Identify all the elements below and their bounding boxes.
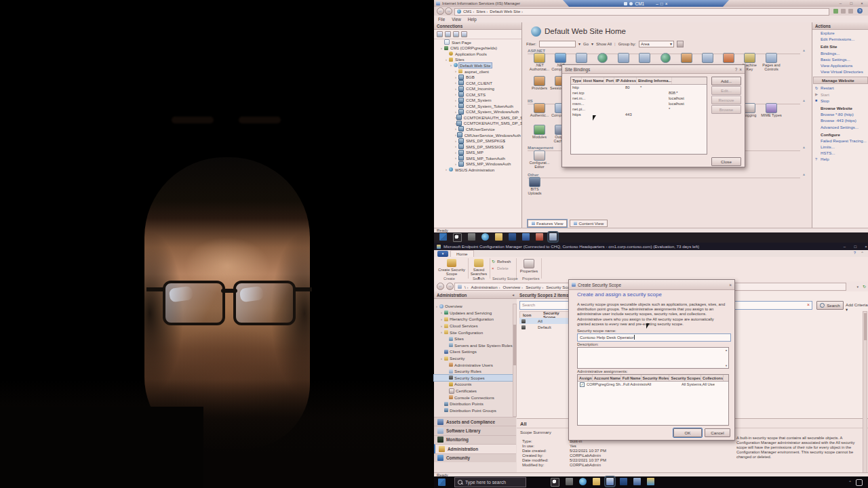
tray-chevron-icon[interactable]: ⌃	[848, 480, 852, 485]
bindings-row[interactable]: https 443	[571, 112, 707, 117]
add-binding-button[interactable]: Add...	[711, 77, 741, 85]
back-button[interactable]: ←	[437, 7, 444, 15]
cm-tree-item[interactable]: › Sites	[434, 336, 517, 342]
action-item[interactable]: Limits...	[812, 144, 868, 150]
edit-binding-button[interactable]: Edit...	[711, 86, 741, 95]
workspace-button[interactable]: Software Library	[434, 426, 516, 434]
action-item[interactable]: Basic Settings...	[812, 56, 868, 62]
workspace-button[interactable]: Administration	[434, 444, 516, 453]
iis-minimize-button[interactable]: –	[835, 1, 845, 5]
cm-minimize-button[interactable]: –	[840, 245, 850, 249]
cm-tree-item[interactable]: › Console Connections	[434, 394, 517, 401]
action-item[interactable]: ? Help	[812, 156, 868, 162]
workspace-button[interactable]: Monitoring	[434, 435, 516, 444]
bindings-column-header[interactable]: Host Name	[582, 77, 604, 84]
scroll-up-icon[interactable]: ▲	[725, 348, 728, 352]
cm-forward-button[interactable]: →	[446, 283, 454, 290]
taskbar-icon[interactable]	[566, 478, 573, 485]
group-collapse-icon[interactable]: ▲	[802, 98, 806, 102]
results-scrollbar[interactable]	[863, 311, 867, 474]
breadcrumb-dropdown[interactable]: ▾	[856, 285, 859, 289]
assign-checkbox[interactable]: ✓	[580, 382, 585, 387]
bindings-row[interactable]: msm... localhost	[571, 101, 707, 106]
action-item[interactable]: Edit Permissions...	[812, 36, 868, 42]
feature-tile[interactable]: Providers	[529, 76, 550, 94]
cm-tree-item[interactable]: › Servers and Site System Roles	[434, 342, 517, 349]
taskbar-icon[interactable]	[647, 478, 654, 485]
browse-binding-button[interactable]: Browse	[711, 105, 741, 114]
bindings-row[interactable]: net.m... localhost	[571, 96, 707, 101]
cm-tree-item[interactable]: › Security Roles	[434, 368, 517, 375]
connect-server-icon[interactable]	[437, 31, 443, 37]
cm-restore-button[interactable]: □	[850, 245, 860, 249]
group-collapse-icon[interactable]: ▲	[802, 172, 806, 176]
breadcrumb-item[interactable]: \ ›	[465, 285, 469, 289]
view-tab[interactable]: Content View	[570, 220, 608, 227]
iis-breadcrumb[interactable]: CM1 ›Sites ›Default Web Site ›	[454, 8, 829, 16]
rdp-restore-button[interactable]: □	[660, 1, 663, 6]
cm-app-menu-button[interactable]: ▾	[437, 251, 448, 257]
rdp-pin-icon[interactable]	[624, 2, 627, 5]
taskbar-icon[interactable]	[468, 233, 475, 241]
action-item[interactable]: Manage Website	[813, 77, 868, 84]
bindings-row[interactable]: net.tcp 808:*	[571, 90, 707, 96]
breadcrumb-item[interactable]: Administration ›	[471, 285, 500, 289]
iis-tree-item[interactable]: › CCM_Incoming	[434, 85, 521, 92]
iis-tree-item[interactable]: › CCM_System_TokenAuth	[434, 103, 521, 109]
taskbar-icon[interactable]	[509, 233, 516, 241]
close-bindings-button[interactable]: Close	[711, 157, 741, 166]
iis-tree-item[interactable]: › SMS_MP_TokenAuth	[434, 155, 521, 161]
iis-tree-item[interactable]: › Default Web Site	[434, 62, 521, 68]
filter-input[interactable]	[539, 41, 576, 47]
results-scrollbar-thumb[interactable]	[864, 313, 867, 340]
bindings-column-header[interactable]: Type	[571, 77, 582, 84]
dialog-close-button[interactable]: ×	[739, 67, 742, 72]
start-button[interactable]	[438, 479, 446, 486]
breadcrumb-item[interactable]: Security ›	[526, 285, 543, 289]
iis-tree-item[interactable]: › CCM_STS	[434, 92, 521, 98]
taskbar-icon[interactable]	[453, 233, 462, 242]
view-tab[interactable]: Features View	[528, 220, 567, 227]
iis-tree-item[interactable]: › SMS_DP_SMSSIG$	[434, 144, 521, 150]
breadcrumb-item[interactable]: Default Web Site ›	[490, 9, 523, 14]
taskbar-icon[interactable]	[522, 233, 530, 241]
assignment-column-header[interactable]: Collections	[701, 375, 724, 381]
delete-button[interactable]: × Delete	[492, 266, 509, 270]
cm-tree-item[interactable]: › Security	[434, 355, 517, 362]
taskbar-icon[interactable]	[633, 478, 641, 485]
action-item[interactable]: Browse Website	[812, 105, 868, 111]
iis-tree-item[interactable]: › CCMTOKENAUTH_SMS_DP_SMSPKG$	[434, 115, 521, 121]
feature-tile[interactable]: .NET Authorizat...	[529, 53, 550, 71]
iis-restore-button[interactable]: □	[846, 1, 856, 5]
iis-tree-item[interactable]: › aspnet_client	[434, 68, 521, 75]
iis-tree-item[interactable]: › CMUserService_WindowsAuth	[434, 132, 521, 138]
iis-tree-item[interactable]: › CCMTOKENAUTH_SMS_DP_SMSSIG$	[434, 121, 521, 127]
feature-tile[interactable]: Configurat... Editor	[529, 150, 550, 169]
iis-tree-item[interactable]: › SMS_MP_WindowsAuth	[434, 161, 521, 167]
taskbar-icon[interactable]	[481, 233, 489, 241]
action-item[interactable]: Configure	[812, 131, 868, 138]
remove-binding-button[interactable]: Remove	[711, 96, 741, 104]
cm-tree-item[interactable]: › Overview	[434, 303, 517, 310]
feature-tile[interactable]: Modules	[529, 125, 550, 143]
action-item[interactable]: ▶ Start	[812, 92, 868, 98]
action-item[interactable]: Explore	[812, 30, 868, 36]
bindings-column-header[interactable]: IP Address	[614, 77, 637, 84]
group-collapse-icon[interactable]: ▲	[802, 145, 806, 149]
assignment-column-header[interactable]: Assign	[578, 375, 593, 381]
taskbar-icon[interactable]	[439, 233, 447, 241]
feature-delegation-icon[interactable]	[833, 9, 838, 14]
assignment-column-header[interactable]: Security Roles	[642, 375, 670, 381]
delete-connection-icon[interactable]	[461, 31, 467, 37]
breadcrumb-item[interactable]: Sites ›	[476, 9, 488, 14]
assignment-row[interactable]: ✓ CORP\gregsh... Greg Sh... Full Adminis…	[578, 382, 728, 387]
go-dropdown[interactable]: ▾	[591, 41, 593, 46]
scroll-down-icon[interactable]: ▼	[725, 364, 728, 367]
ribbon-collapse-icon[interactable]: ⌃	[861, 251, 864, 256]
action-item[interactable]: ■ Stop	[812, 98, 868, 104]
dialog-help-button[interactable]: ?	[735, 67, 738, 72]
show-all-button[interactable]: Show All	[596, 42, 612, 46]
group-collapse-icon[interactable]: ▲	[802, 48, 806, 52]
taskbar-icon[interactable]	[549, 233, 557, 241]
iis-tree-item[interactable]: › BGB	[434, 74, 521, 80]
